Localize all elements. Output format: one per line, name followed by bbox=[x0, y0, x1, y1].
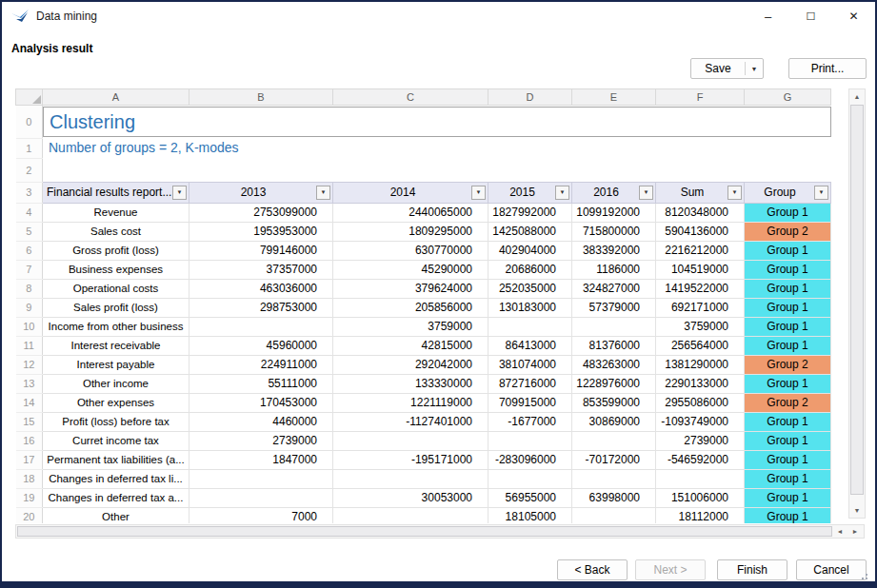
value-cell[interactable]: 56955000 bbox=[488, 488, 572, 507]
group-cell[interactable]: Group 1 bbox=[745, 412, 831, 431]
row-label-cell[interactable]: Other bbox=[43, 507, 189, 523]
value-cell[interactable]: 324827000 bbox=[572, 279, 656, 298]
merged-cell[interactable]: Number of groups = 2, K-modes bbox=[43, 138, 831, 158]
row-header-10[interactable]: 10 bbox=[16, 317, 43, 336]
value-cell[interactable] bbox=[572, 469, 656, 488]
value-cell[interactable]: 30869000 bbox=[572, 412, 656, 431]
row-header-5[interactable]: 5 bbox=[16, 222, 43, 241]
value-cell[interactable] bbox=[572, 507, 656, 523]
value-cell[interactable] bbox=[333, 507, 488, 523]
value-cell[interactable]: 5904136000 bbox=[656, 222, 745, 241]
minimize-button[interactable]: – bbox=[747, 2, 789, 30]
value-cell[interactable]: 18105000 bbox=[488, 507, 572, 523]
value-cell[interactable] bbox=[488, 317, 572, 336]
merged-cell[interactable]: Clustering bbox=[43, 106, 831, 139]
filter-dropdown-button[interactable]: ▼ bbox=[316, 186, 330, 200]
group-cell[interactable]: Group 1 bbox=[745, 260, 831, 279]
filter-header-2[interactable]: 2014▼ bbox=[333, 182, 488, 203]
row-header-12[interactable]: 12 bbox=[16, 355, 43, 374]
row-header-6[interactable]: 6 bbox=[16, 241, 43, 260]
value-cell[interactable]: 1419522000 bbox=[656, 279, 745, 298]
value-cell[interactable]: -546592000 bbox=[656, 450, 745, 469]
value-cell[interactable] bbox=[572, 317, 656, 336]
value-cell[interactable]: 205856000 bbox=[333, 298, 488, 317]
group-cell[interactable]: Group 2 bbox=[745, 393, 831, 412]
value-cell[interactable]: 1953953000 bbox=[189, 222, 333, 241]
value-cell[interactable]: 379624000 bbox=[333, 279, 488, 298]
group-cell[interactable]: Group 1 bbox=[745, 279, 831, 298]
group-cell[interactable]: Group 1 bbox=[745, 507, 831, 523]
group-cell[interactable]: Group 1 bbox=[745, 488, 831, 507]
maximize-button[interactable]: ☐ bbox=[789, 2, 832, 30]
value-cell[interactable]: 151006000 bbox=[656, 488, 745, 507]
value-cell[interactable]: 42815000 bbox=[333, 336, 488, 355]
row-label-cell[interactable]: Profit (loss) before tax bbox=[43, 412, 189, 431]
group-cell[interactable]: Group 2 bbox=[745, 222, 831, 241]
value-cell[interactable]: 853599000 bbox=[572, 393, 656, 412]
row-header-8[interactable]: 8 bbox=[16, 279, 43, 298]
row-header-7[interactable]: 7 bbox=[16, 260, 43, 279]
value-cell[interactable]: 1228976000 bbox=[572, 374, 656, 393]
group-cell[interactable]: Group 1 bbox=[745, 469, 831, 488]
value-cell[interactable]: 57379000 bbox=[572, 298, 656, 317]
value-cell[interactable]: 483263000 bbox=[572, 355, 656, 374]
row-label-cell[interactable]: Income from other business bbox=[43, 317, 189, 336]
value-cell[interactable]: 1221119000 bbox=[333, 393, 488, 412]
row-label-cell[interactable]: Sales profit (loss) bbox=[43, 298, 189, 317]
value-cell[interactable]: 2739000 bbox=[189, 431, 333, 450]
value-cell[interactable]: 104519000 bbox=[656, 260, 745, 279]
group-cell[interactable]: Group 1 bbox=[745, 431, 831, 450]
horizontal-scroll-thumb[interactable] bbox=[17, 526, 832, 537]
value-cell[interactable]: 30053000 bbox=[333, 488, 488, 507]
row-label-cell[interactable]: Interest payable bbox=[43, 355, 189, 374]
horizontal-scrollbar[interactable]: ◄ ► bbox=[15, 524, 865, 539]
value-cell[interactable]: 252035000 bbox=[488, 279, 572, 298]
value-cell[interactable]: 2216212000 bbox=[656, 241, 745, 260]
row-header-3[interactable]: 3 bbox=[16, 182, 43, 203]
row-label-cell[interactable]: Revenue bbox=[43, 203, 189, 222]
group-cell[interactable]: Group 1 bbox=[745, 336, 831, 355]
value-cell[interactable]: 2290133000 bbox=[656, 374, 745, 393]
value-cell[interactable]: 37357000 bbox=[189, 260, 333, 279]
row-header-1[interactable]: 1 bbox=[16, 138, 43, 158]
value-cell[interactable]: 383392000 bbox=[572, 241, 656, 260]
value-cell[interactable] bbox=[333, 469, 488, 488]
value-cell[interactable] bbox=[488, 469, 572, 488]
value-cell[interactable]: 170453000 bbox=[189, 393, 333, 412]
value-cell[interactable] bbox=[189, 317, 333, 336]
column-header-e[interactable]: E bbox=[572, 89, 656, 106]
vertical-scrollbar[interactable]: ▲ ▼ bbox=[848, 88, 866, 519]
group-cell[interactable]: Group 1 bbox=[745, 298, 831, 317]
scroll-down-arrow-icon[interactable]: ▼ bbox=[849, 503, 865, 518]
value-cell[interactable]: 86413000 bbox=[488, 336, 572, 355]
scroll-right-arrow-icon[interactable]: ► bbox=[847, 525, 863, 538]
row-header-15[interactable]: 15 bbox=[16, 412, 43, 431]
cancel-button[interactable]: Cancel bbox=[796, 559, 867, 580]
row-label-cell[interactable]: Interest receivable bbox=[43, 336, 189, 355]
row-header-14[interactable]: 14 bbox=[16, 393, 43, 412]
row-label-cell[interactable]: Changes in deferred tax li... bbox=[43, 469, 189, 488]
value-cell[interactable]: 2955086000 bbox=[656, 393, 745, 412]
group-cell[interactable]: Group 2 bbox=[745, 355, 831, 374]
value-cell[interactable]: 3759000 bbox=[333, 317, 488, 336]
value-cell[interactable] bbox=[189, 469, 333, 488]
row-label-cell[interactable]: Other expenses bbox=[43, 393, 189, 412]
value-cell[interactable]: 81376000 bbox=[572, 336, 656, 355]
select-all-corner[interactable] bbox=[16, 89, 43, 106]
filter-header-4[interactable]: 2016▼ bbox=[572, 182, 656, 203]
value-cell[interactable]: 2739000 bbox=[656, 431, 745, 450]
filter-header-3[interactable]: 2015▼ bbox=[488, 182, 572, 203]
row-header-4[interactable]: 4 bbox=[16, 203, 43, 222]
value-cell[interactable] bbox=[656, 469, 745, 488]
value-cell[interactable]: 4460000 bbox=[189, 412, 333, 431]
filter-header-0[interactable]: Financial results report...▼ bbox=[43, 182, 189, 203]
value-cell[interactable]: 130183000 bbox=[488, 298, 572, 317]
value-cell[interactable]: 55111000 bbox=[189, 374, 333, 393]
row-header-2[interactable]: 2 bbox=[16, 158, 43, 182]
filter-dropdown-button[interactable]: ▼ bbox=[814, 186, 828, 200]
scroll-up-arrow-icon[interactable]: ▲ bbox=[849, 89, 865, 104]
row-header-19[interactable]: 19 bbox=[16, 488, 43, 507]
filter-header-5[interactable]: Sum▼ bbox=[656, 182, 745, 203]
value-cell[interactable]: 18112000 bbox=[656, 507, 745, 523]
vertical-scroll-thumb[interactable] bbox=[850, 105, 864, 495]
